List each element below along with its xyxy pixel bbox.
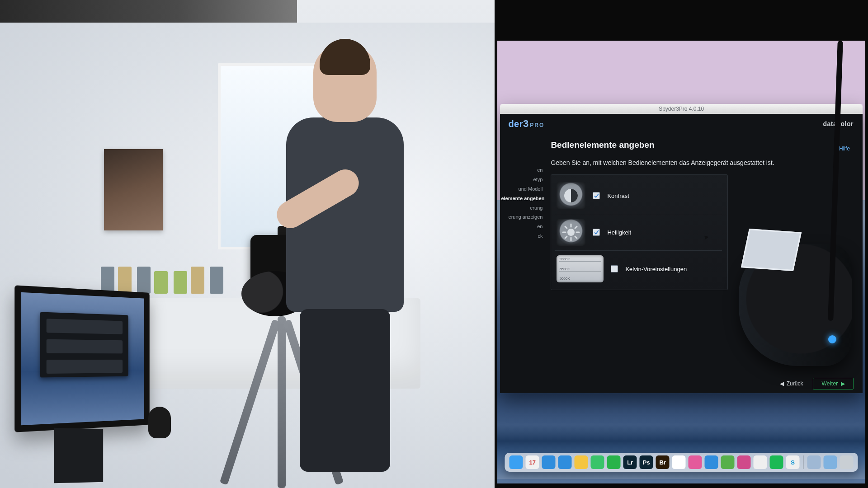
checkbox-kontrast[interactable]: [593, 192, 600, 199]
checkbox-helligkeit[interactable]: [593, 229, 600, 236]
dock-app-messages[interactable]: [591, 455, 604, 469]
dock-app-safari[interactable]: [542, 455, 556, 469]
svg-line-9: [565, 236, 567, 238]
page-lead: Geben Sie an, mit welchen Bedienelemente…: [551, 159, 850, 166]
control-row-helligkeit: Helligkeit: [555, 214, 722, 251]
monitor-closeup: Spyder3Pro 4.0.10 der3PRO datacolor ? Hi…: [495, 0, 868, 488]
step-item-active[interactable]: elemente angeben: [501, 194, 542, 203]
step-item[interactable]: erung: [501, 203, 542, 213]
brand-bar: der3PRO datacolor: [500, 114, 863, 134]
presenter: [277, 45, 413, 443]
contrast-icon: [557, 182, 585, 209]
dock-app-folder[interactable]: [824, 455, 837, 469]
svg-point-1: [567, 229, 575, 236]
step-item[interactable]: en: [501, 165, 542, 175]
step-item[interactable]: ck: [501, 231, 542, 241]
dock-app-photoshop[interactable]: Ps: [640, 455, 653, 469]
device-led-icon: [828, 335, 836, 343]
checkbox-kelvin[interactable]: [611, 265, 618, 272]
next-button[interactable]: Weiter▶: [813, 378, 854, 389]
brightness-icon: [557, 219, 585, 246]
dock-app-spotify[interactable]: [770, 455, 783, 469]
dock-separator: [803, 455, 804, 469]
dock-app-downloads[interactable]: [807, 455, 821, 469]
kelvin-presets-icon: 9300K 6500K 5000K: [557, 255, 604, 282]
ceiling: [0, 0, 297, 23]
control-row-kontrast: Kontrast: [555, 178, 722, 214]
wizard-footer: ◀Zurück Weiter▶: [500, 374, 863, 393]
mirrored-app-window: [40, 312, 128, 377]
titlebar[interactable]: Spyder3Pro 4.0.10: [500, 104, 863, 114]
label-kontrast: Kontrast: [607, 192, 629, 199]
svg-line-8: [575, 226, 577, 228]
dock-app-trash[interactable]: [840, 455, 854, 469]
dock-app-mail[interactable]: [558, 455, 572, 469]
window-title: Spyder3Pro 4.0.10: [659, 106, 704, 112]
step-item[interactable]: en: [501, 222, 542, 231]
dock-app-lightroom[interactable]: Lr: [623, 455, 637, 469]
label-kelvin: Kelvin-Voreinstellungen: [625, 266, 687, 272]
step-item[interactable]: erung anzeigen: [501, 212, 542, 222]
dock-app-calendar[interactable]: 17: [526, 455, 539, 469]
macos-dock[interactable]: 17LrPsBrS: [505, 453, 858, 472]
dock-app-itunes[interactable]: [689, 455, 702, 469]
dock-app-chrome[interactable]: [575, 455, 588, 469]
page-heading: Bedienelemente angeben: [551, 140, 850, 150]
wizard-steps: en etyp und Modell elemente angeben erun…: [500, 134, 545, 374]
label-helligkeit: Helligkeit: [607, 229, 631, 236]
dock-app-bridge[interactable]: Br: [656, 455, 670, 469]
dock-app-evernote[interactable]: [721, 455, 735, 469]
wall-poster: [104, 149, 163, 230]
svg-line-7: [575, 236, 577, 238]
step-item[interactable]: etyp: [501, 175, 542, 184]
desk-mouse: [148, 407, 171, 438]
desk-monitor: [15, 289, 144, 461]
dock-app-instagram[interactable]: [737, 455, 751, 469]
dock-app-whatsapp[interactable]: [607, 455, 621, 469]
step-item[interactable]: und Modell: [501, 184, 542, 194]
control-row-kelvin: 9300K 6500K 5000K Kelvin-Voreinstellunge…: [555, 251, 722, 287]
controls-panel: Kontrast: [551, 174, 728, 290]
dock-app-photos[interactable]: [672, 455, 686, 469]
dock-app-slack[interactable]: [754, 455, 767, 469]
svg-line-6: [565, 226, 567, 228]
dock-app-finder[interactable]: [509, 455, 523, 469]
dock-app-appstore[interactable]: [705, 455, 718, 469]
studio-scene: [0, 0, 495, 488]
dock-app-skype[interactable]: S: [786, 455, 800, 469]
back-button[interactable]: ◀Zurück: [780, 380, 803, 387]
product-brand: der3PRO: [508, 118, 544, 130]
